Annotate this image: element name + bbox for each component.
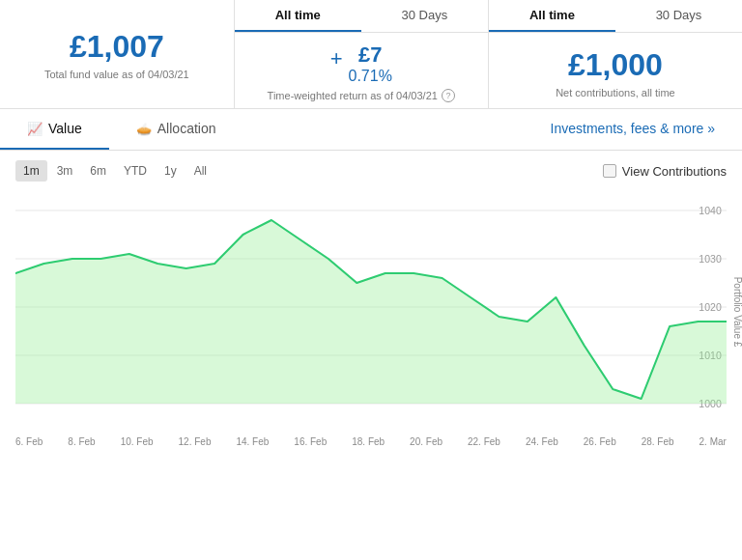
x-label-18feb: 18. Feb — [352, 436, 385, 447]
total-fund-card: £1,007 Total fund value as of 04/03/21 — [0, 0, 235, 108]
time-btn-all[interactable]: All — [186, 160, 214, 182]
return-values: £7 0.71% — [349, 42, 392, 85]
x-label-2mar: 2. Mar — [699, 436, 727, 447]
return-percent: 0.71% — [349, 68, 392, 85]
tab-value[interactable]: 📈 Value — [0, 109, 109, 150]
contributions-tab-30days[interactable]: 30 Days — [615, 0, 742, 32]
returns-subtitle: Time-weighted return as of 04/03/21 ? — [268, 89, 455, 102]
x-label-26feb: 26. Feb — [584, 436, 616, 447]
contributions-tabs: All time 30 Days — [489, 0, 742, 33]
returns-value-group: + £7 0.71% — [330, 42, 392, 85]
x-label-28feb: 28. Feb — [642, 436, 674, 447]
returns-body: + £7 0.71% Time-weighted return as of 04… — [235, 33, 488, 108]
svg-text:1020: 1020 — [699, 302, 722, 313]
info-icon[interactable]: ? — [442, 89, 455, 102]
tab-allocation[interactable]: 🥧 Allocation — [109, 109, 243, 150]
stats-row: £1,007 Total fund value as of 04/03/21 A… — [0, 0, 742, 109]
x-label-12feb: 12. Feb — [179, 436, 212, 447]
x-label-20feb: 20. Feb — [410, 436, 442, 447]
x-axis-labels: 6. Feb 8. Feb 10. Feb 12. Feb 14. Feb 16… — [15, 433, 727, 447]
x-label-16feb: 16. Feb — [294, 436, 327, 447]
contributions-subtitle: Net contributions, all time — [556, 87, 675, 98]
total-fund-value: £1,007 — [70, 29, 164, 65]
y-axis-label: Portfolio Value £ — [732, 277, 742, 348]
chart-svg: 1040 1030 1020 1010 1000 — [15, 191, 727, 433]
returns-tabs: All time 30 Days — [235, 0, 488, 33]
time-btn-3m[interactable]: 3m — [49, 160, 81, 182]
time-btn-1m[interactable]: 1m — [15, 160, 47, 182]
time-btn-6m[interactable]: 6m — [82, 160, 114, 182]
contributions-body: £1,000 Net contributions, all time — [489, 33, 742, 108]
main-tabs-row: 📈 Value 🥧 Allocation Investments, fees &… — [0, 109, 742, 151]
x-label-10feb: 10. Feb — [121, 436, 154, 447]
returns-tab-30days[interactable]: 30 Days — [361, 0, 488, 32]
returns-tab-alltime[interactable]: All time — [235, 0, 361, 32]
x-label-24feb: 24. Feb — [526, 436, 558, 447]
x-label-22feb: 22. Feb — [468, 436, 500, 447]
total-fund-subtitle: Total fund value as of 04/03/21 — [44, 69, 189, 80]
return-amount: £7 — [358, 42, 382, 68]
x-label-8feb: 8. Feb — [68, 436, 95, 447]
tab-investments[interactable]: Investments, fees & more » — [524, 109, 742, 150]
time-btn-1y[interactable]: 1y — [157, 160, 185, 182]
time-btn-ytd[interactable]: YTD — [116, 160, 155, 182]
x-label-14feb: 14. Feb — [236, 436, 269, 447]
x-label-6feb: 6. Feb — [15, 436, 43, 447]
view-contributions-checkbox[interactable] — [603, 164, 616, 178]
view-contributions-toggle[interactable]: View Contributions — [603, 164, 727, 179]
returns-card: All time 30 Days + £7 0.71% Time-weighte… — [235, 0, 489, 108]
svg-text:1030: 1030 — [699, 254, 722, 265]
chart-container: 1040 1030 1020 1010 1000 Portfolio Value… — [15, 191, 727, 433]
svg-text:1040: 1040 — [699, 206, 722, 216]
chart-wrapper: 1040 1030 1020 1010 1000 Portfolio Value… — [15, 191, 727, 433]
contributions-tab-alltime[interactable]: All time — [489, 0, 615, 32]
contributions-value: £1,000 — [568, 47, 663, 83]
plus-sign: + — [330, 46, 343, 71]
value-chart-icon: 📈 — [27, 122, 43, 136]
view-contributions-label: View Contributions — [622, 164, 727, 179]
contributions-card: All time 30 Days £1,000 Net contribution… — [489, 0, 742, 108]
chart-toolbar: 1m 3m 6m YTD 1y All View Contributions — [0, 151, 742, 191]
svg-marker-10 — [15, 220, 727, 404]
allocation-icon: 🥧 — [136, 122, 152, 136]
